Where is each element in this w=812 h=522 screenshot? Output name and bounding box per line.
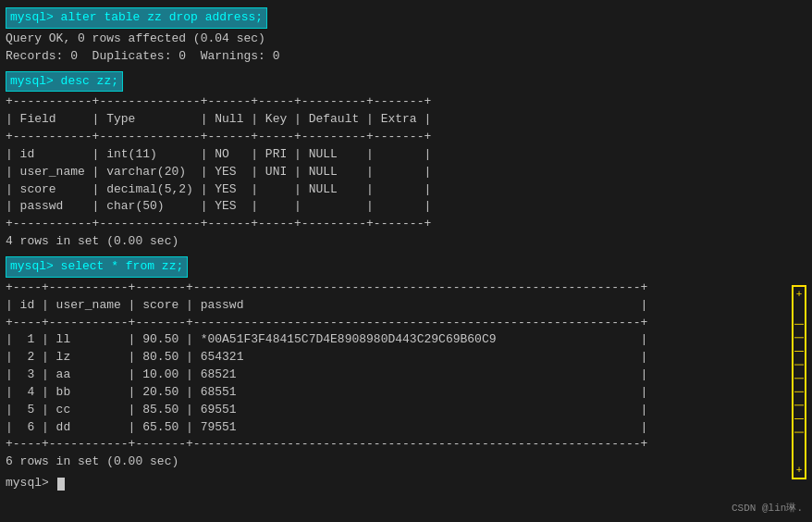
- table-header: | Field | Type | Null | Key | Default | …: [6, 111, 806, 129]
- select-border-top: +----+-----------+-------+--------------…: [6, 280, 806, 297]
- output-alter-1: Query OK, 0 rows affected (0.04 sec): [6, 31, 806, 48]
- table-border-top: +-----------+--------------+------+-----…: [6, 93, 806, 111]
- cmd-desc: mysql> desc zz;: [6, 71, 806, 93]
- row-score: | score | decimal(5,2) | YES | | NULL | …: [6, 181, 806, 199]
- prompt-text: mysql>: [6, 475, 56, 492]
- select-row-3: | 3 | aa | 10.00 | 68521 |: [6, 367, 806, 384]
- terminal: mysql> alter table zz drop address; Quer…: [0, 0, 812, 522]
- select-row-2: | 2 | lz | 80.50 | 654321 |: [6, 349, 806, 367]
- prompt-line: mysql>: [6, 475, 806, 492]
- select-row-5: | 5 | cc | 85.50 | 69551 |: [6, 402, 806, 419]
- cmd-select: mysql> select * from zz;: [6, 256, 806, 278]
- select-header-sep: +----+-----------+-------+--------------…: [6, 315, 806, 332]
- cmd-desc-text: mysql> desc zz;: [6, 71, 123, 93]
- row-passwd: | passwd | char(50) | YES | | | |: [6, 198, 806, 216]
- cursor: [57, 478, 65, 491]
- output-alter-2: Records: 0 Duplicates: 0 Warnings: 0: [6, 48, 806, 66]
- row-user-name: | user_name | varchar(20) | YES | UNI | …: [6, 164, 806, 181]
- cmd-alter-text: mysql> alter table zz drop address;: [6, 7, 267, 29]
- cmd-select-text: mysql> select * from zz;: [6, 256, 188, 278]
- gap-1: [6, 66, 806, 69]
- select-row-6: | 6 | dd | 65.50 | 79551 |: [6, 419, 806, 437]
- table-header-sep: +-----------+--------------+------+-----…: [6, 129, 806, 146]
- gap-2: [6, 251, 806, 255]
- select-border-bottom: +----+-----------+-------+--------------…: [6, 436, 806, 454]
- row-id: | id | int(11) | NO | PRI | NULL | |: [6, 146, 806, 164]
- select-row-4: | 4 | bb | 20.50 | 68551 |: [6, 384, 806, 402]
- select-header: | id | user_name | score | passwd |: [6, 297, 806, 315]
- desc-result: 4 rows in set (0.00 sec): [6, 233, 806, 251]
- table-border-bottom: +-----------+--------------+------+-----…: [6, 216, 806, 233]
- select-result: 6 rows in set (0.00 sec): [6, 454, 806, 471]
- select-row-1: | 1 | ll | 90.50 | *00A51F3F48415C7D4E89…: [6, 331, 806, 349]
- cmd-alter: mysql> alter table zz drop address;: [6, 7, 806, 29]
- watermark: CSDN @lin琳.: [732, 501, 803, 515]
